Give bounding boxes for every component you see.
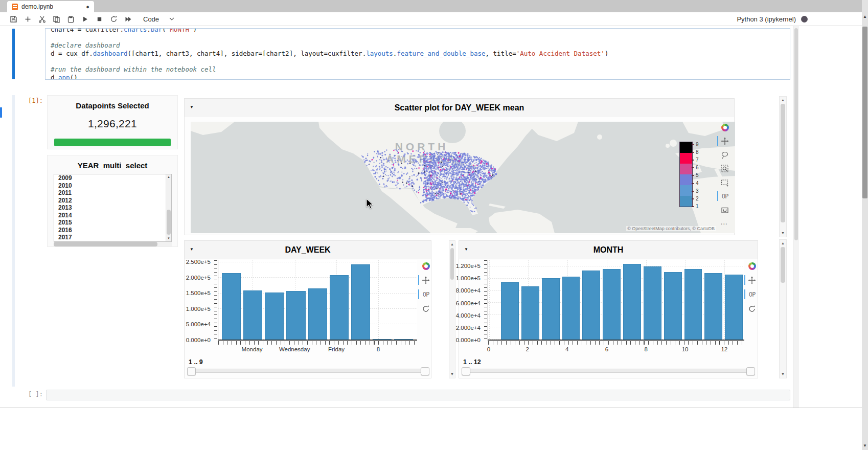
bar[interactable] bbox=[603, 269, 621, 340]
box-zoom-tool-icon[interactable] bbox=[721, 164, 729, 173]
scroll-up-icon[interactable]: ▲ bbox=[449, 242, 455, 247]
year-option[interactable]: 2009 bbox=[54, 174, 171, 182]
bar[interactable] bbox=[521, 286, 539, 340]
box-edit-tool-icon[interactable] bbox=[721, 206, 729, 214]
bar[interactable] bbox=[704, 273, 722, 340]
bar[interactable] bbox=[286, 291, 305, 340]
restart-kernel-button[interactable] bbox=[106, 13, 121, 25]
year-option[interactable]: 2015 bbox=[54, 219, 171, 227]
bar[interactable] bbox=[725, 275, 743, 340]
bar[interactable] bbox=[582, 271, 600, 340]
scroll-up-icon[interactable]: ▲ bbox=[166, 175, 171, 179]
lasso-select-tool-icon[interactable] bbox=[721, 150, 729, 159]
slider-handle-left[interactable] bbox=[462, 367, 470, 375]
copy-cell-button[interactable] bbox=[49, 13, 63, 25]
bar[interactable] bbox=[394, 339, 413, 340]
reset-tool-icon[interactable] bbox=[748, 304, 757, 313]
row-scrollbar[interactable]: ▲ ▼ bbox=[449, 240, 455, 378]
bokeh-logo-icon[interactable] bbox=[422, 262, 430, 270]
plot-area[interactable] bbox=[488, 260, 744, 341]
year-option[interactable]: 2012 bbox=[54, 197, 171, 205]
scrollbar-thumb[interactable] bbox=[54, 242, 157, 246]
range-slider[interactable] bbox=[462, 369, 755, 373]
save-button[interactable] bbox=[6, 13, 20, 25]
empty-code-cell[interactable] bbox=[46, 390, 790, 400]
bar[interactable] bbox=[542, 278, 560, 340]
bokeh-logo-icon[interactable] bbox=[748, 262, 756, 270]
scrollbar-thumb[interactable] bbox=[794, 28, 798, 240]
box-select-tool-icon[interactable] bbox=[721, 178, 729, 187]
paste-cell-button[interactable] bbox=[63, 13, 78, 25]
unsaved-changes-dot-icon[interactable]: ● bbox=[86, 4, 89, 10]
inspect-tool-icon[interactable]: 0Ρ bbox=[721, 192, 729, 200]
cut-cell-button[interactable] bbox=[35, 13, 49, 25]
year-option[interactable]: 2013 bbox=[54, 204, 171, 212]
kernel-indicator[interactable]: Python 3 (ipykernel) bbox=[737, 12, 808, 26]
run-cell-button[interactable] bbox=[78, 13, 92, 25]
scrollbar-thumb[interactable] bbox=[450, 248, 454, 280]
pan-tool-icon[interactable] bbox=[721, 137, 729, 145]
bar[interactable] bbox=[501, 282, 519, 340]
bar[interactable] bbox=[330, 275, 349, 340]
bar[interactable] bbox=[265, 292, 284, 340]
notebook-tab[interactable]: demo.ipynb ● bbox=[7, 1, 94, 12]
scroll-down-icon[interactable]: ▼ bbox=[780, 231, 786, 236]
map-canvas[interactable]: NORTH AMERICA 987654321 bbox=[191, 122, 735, 233]
output-scrollbar-bottom[interactable]: ▲ ▼ bbox=[779, 239, 787, 378]
scrollbar-thumb[interactable] bbox=[167, 210, 171, 234]
active-cell-collapser[interactable] bbox=[12, 29, 15, 79]
scroll-up-icon[interactable]: ▲ bbox=[780, 98, 786, 103]
collapse-caret-icon[interactable]: ▼ bbox=[190, 105, 194, 109]
bokeh-logo-icon[interactable] bbox=[721, 124, 729, 131]
slider-handle-left[interactable] bbox=[187, 367, 196, 375]
code-cell[interactable]: chart4 = cuxfilter.charts.bar('MONTH') #… bbox=[45, 28, 790, 80]
year-option[interactable]: 2011 bbox=[54, 189, 171, 197]
range-slider[interactable] bbox=[188, 369, 429, 373]
scrollbar-thumb[interactable] bbox=[781, 247, 785, 283]
scroll-up-icon[interactable]: ▲ bbox=[780, 241, 786, 246]
scrollbar-thumb[interactable] bbox=[781, 104, 785, 222]
output-scrollbar-top[interactable]: ▲ ▼ bbox=[779, 96, 787, 237]
year-listbox-scrollbar[interactable]: ▲ ▼ bbox=[166, 174, 171, 241]
collapse-caret-icon[interactable]: ▼ bbox=[464, 248, 468, 252]
year-listbox[interactable]: 200920102011201220132014201520162017 ▲ ▼ bbox=[54, 174, 172, 242]
scroll-down-icon[interactable]: ▼ bbox=[862, 443, 868, 448]
inspect-tool-icon[interactable]: 0Ρ bbox=[422, 290, 430, 299]
scroll-down-icon[interactable]: ▼ bbox=[166, 236, 171, 241]
pan-tool-icon[interactable] bbox=[748, 276, 757, 284]
bar[interactable] bbox=[684, 269, 702, 340]
year-option[interactable]: 2017 bbox=[54, 234, 171, 241]
slider-handle-right[interactable] bbox=[746, 367, 755, 375]
year-option[interactable]: 2016 bbox=[54, 227, 171, 234]
output-collapser[interactable] bbox=[12, 95, 15, 387]
scrollbar-thumb[interactable] bbox=[862, 27, 867, 198]
year-option[interactable]: 2010 bbox=[54, 182, 171, 190]
bar[interactable] bbox=[644, 266, 661, 340]
interrupt-kernel-button[interactable] bbox=[92, 13, 106, 25]
plot-area[interactable] bbox=[218, 260, 417, 341]
scroll-down-icon[interactable]: ▼ bbox=[449, 372, 455, 377]
scroll-up-icon[interactable]: ▲ bbox=[862, 14, 868, 19]
insert-cell-button[interactable] bbox=[20, 13, 35, 25]
bar[interactable] bbox=[222, 273, 241, 340]
bar[interactable] bbox=[351, 264, 370, 340]
bar[interactable] bbox=[562, 277, 580, 340]
bar[interactable] bbox=[664, 272, 682, 340]
notebook-scrollbar[interactable] bbox=[793, 26, 799, 408]
toolbar-overflow-icon[interactable]: ··· bbox=[721, 221, 728, 227]
reset-tool-icon[interactable] bbox=[422, 304, 430, 313]
browser-scrollbar[interactable]: ▲ ▼ bbox=[862, 0, 868, 450]
bar[interactable] bbox=[373, 339, 392, 340]
scroll-down-icon[interactable]: ▼ bbox=[780, 372, 786, 377]
bar[interactable] bbox=[308, 288, 327, 340]
bar[interactable] bbox=[243, 290, 262, 340]
inspect-tool-icon[interactable]: 0Ρ bbox=[748, 290, 757, 299]
slider-handle-right[interactable] bbox=[421, 367, 429, 375]
restart-run-all-button[interactable] bbox=[121, 13, 135, 25]
code-editor[interactable]: chart4 = cuxfilter.charts.bar('MONTH') #… bbox=[45, 28, 790, 80]
cell-type-dropdown[interactable]: Code bbox=[143, 15, 174, 23]
year-option[interactable]: 2014 bbox=[54, 212, 171, 219]
pan-tool-icon[interactable] bbox=[422, 276, 430, 284]
bar[interactable] bbox=[623, 264, 641, 340]
year-listbox-hscrollbar[interactable] bbox=[54, 242, 172, 246]
